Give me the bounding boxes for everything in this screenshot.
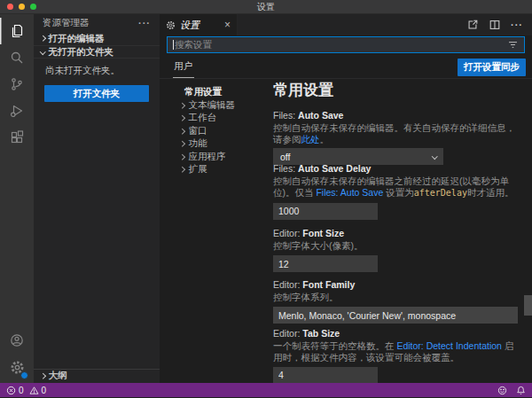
setting-files-auto-save: Files:Auto Save 控制自动保存未保存的编辑器。有关自动保存的详细信… [273, 110, 520, 165]
close-tab-icon[interactable]: × [224, 20, 231, 30]
setting-description: 控制自动保存未保存的编辑器之前经过的延迟(以毫秒为单位)。仅当 Files: A… [273, 176, 520, 199]
vscode-window: 设置 [0, 0, 532, 398]
settings-sync-button[interactable]: 打开设置同步 [458, 59, 526, 76]
extensions-icon [10, 130, 24, 144]
split-editor-icon[interactable] [489, 19, 501, 31]
tab-settings[interactable]: 设置 × [160, 14, 238, 35]
settings-section-heading: 常用设置 [273, 80, 333, 100]
setting-description: 控制字体大小(像素)。 [273, 240, 520, 252]
chevron-down-icon [432, 153, 437, 159]
run-and-debug-icon [10, 104, 24, 118]
toc-features[interactable]: 功能 [165, 137, 271, 151]
after-delay-code: afterDelay [414, 188, 467, 198]
section-outline[interactable]: 大纲 [34, 369, 160, 382]
chevron-right-icon [179, 167, 184, 172]
open-settings-json-icon[interactable] [466, 19, 479, 31]
filter-icon[interactable] [507, 39, 519, 51]
more-actions-icon[interactable]: ··· [511, 20, 523, 30]
chevron-right-icon [179, 115, 184, 121]
chevron-down-icon [40, 49, 45, 54]
setting-description: 一个制表符等于的空格数。在 Editor: Detect Indentation… [273, 340, 520, 363]
setting-label: Editor:Font Family [273, 279, 520, 291]
here-link[interactable]: 此处 [301, 134, 320, 144]
toc-workbench[interactable]: 工作台 [165, 112, 271, 125]
activity-bar-extensions[interactable] [0, 124, 34, 151]
zoom-window-button[interactable] [30, 4, 36, 10]
font-size-input[interactable] [273, 255, 378, 272]
feedback-icon[interactable] [497, 386, 507, 395]
font-family-input[interactable] [273, 307, 518, 324]
toc-commonly-used[interactable]: 常用设置 [165, 86, 271, 99]
error-icon [6, 386, 16, 395]
open-folder-button[interactable]: 打开文件夹 [44, 85, 149, 102]
warning-icon [29, 386, 39, 395]
notifications-bell-icon[interactable] [516, 386, 526, 395]
minimize-window-button[interactable] [19, 4, 25, 10]
toc-window[interactable]: 窗口 [165, 125, 271, 138]
error-count: 0 [19, 386, 24, 395]
accounts-icon [10, 333, 24, 347]
close-window-button[interactable] [7, 4, 13, 10]
source-control-icon [10, 77, 24, 91]
toc-extensions[interactable]: 扩展 [165, 163, 271, 176]
setting-auto-save-delay: Files:Auto Save Delay 控制自动保存未保存的编辑器之前经过的… [273, 163, 520, 220]
setting-description: 控制字体系列。 [273, 292, 520, 303]
setting-description: 控制自动保存未保存的编辑器。有关自动保存的详细信息，请参阅此处。 [273, 122, 520, 144]
activity-bar-manage[interactable] [0, 354, 34, 380]
activity-bar-search[interactable] [0, 44, 34, 71]
title-bar: 设置 [0, 0, 532, 14]
setting-label: Editor:Font Size [273, 228, 520, 239]
tab-user-scope[interactable]: 用户 [174, 60, 192, 74]
editor-group: 设置 × ··· [160, 14, 532, 383]
activity-bar-run-debug[interactable] [0, 98, 34, 124]
setting-label: Files:Auto Save Delay [273, 163, 520, 175]
settings-toc: 常用设置 文本编辑器 工作台 窗口 功能 应用程序 扩展 [165, 86, 271, 176]
auto-save-delay-input[interactable] [273, 203, 378, 220]
settings-search-input[interactable]: 搜索设置 [167, 36, 525, 53]
warning-count: 0 [42, 386, 47, 395]
window-title: 设置 [257, 1, 275, 13]
tab-bar: 设置 × ··· [160, 14, 532, 35]
section-open-editors[interactable]: 打开的编辑器 [34, 32, 160, 45]
auto-save-link[interactable]: Files: Auto Save [316, 187, 383, 198]
chevron-right-icon [179, 103, 184, 108]
text-cursor [173, 40, 174, 50]
sidebar-title: 资源管理器 [43, 17, 90, 29]
sidebar-more-actions[interactable]: ··· [138, 18, 151, 28]
chevron-right-icon [179, 141, 184, 146]
setting-label: Files:Auto Save [273, 110, 520, 121]
tab-label: 设置 [180, 19, 200, 32]
chevron-right-icon [179, 129, 184, 134]
activity-bar [0, 14, 34, 383]
chevron-right-icon [40, 373, 45, 378]
toc-text-editor[interactable]: 文本编辑器 [165, 99, 271, 113]
section-no-folder[interactable]: 无打开的文件夹 [34, 45, 160, 59]
setting-label: Editor:Tab Size [273, 328, 520, 339]
search-placeholder: 搜索设置 [175, 39, 507, 51]
status-bar: 0 0 [0, 383, 532, 397]
chevron-right-icon [40, 35, 45, 41]
vertical-scrollbar[interactable] [524, 295, 532, 316]
problems-status[interactable]: 0 0 [6, 386, 46, 395]
manage-badge [20, 371, 28, 379]
activity-bar-source-control[interactable] [0, 71, 34, 98]
settings-editor: 搜索设置 用户 打开设置同步 常用设置 文本编辑器 工作台 窗口 [160, 35, 532, 383]
tab-size-input[interactable] [273, 367, 378, 384]
detect-indentation-link[interactable]: Editor: Detect Indentation [396, 340, 502, 351]
toc-application[interactable]: 应用程序 [165, 151, 271, 164]
settings-gear-icon [166, 20, 176, 30]
explorer-icon [10, 24, 24, 38]
setting-tab-size: Editor:Tab Size 一个制表符等于的空格数。在 Editor: De… [273, 328, 520, 383]
chevron-right-icon [179, 154, 184, 160]
explorer-sidebar: 资源管理器 ··· 打开的编辑器 无打开的文件夹 尚未打开文件夹。 打开文件夹 … [34, 14, 160, 383]
search-icon [10, 51, 24, 65]
setting-font-size: Editor:Font Size 控制字体大小(像素)。 [273, 228, 520, 272]
activity-bar-explorer[interactable] [0, 18, 34, 44]
setting-font-family: Editor:Font Family 控制字体系列。 [273, 279, 520, 324]
activity-bar-accounts[interactable] [0, 327, 34, 354]
no-folder-message: 尚未打开文件夹。 [34, 59, 160, 77]
header-separator [160, 78, 532, 79]
